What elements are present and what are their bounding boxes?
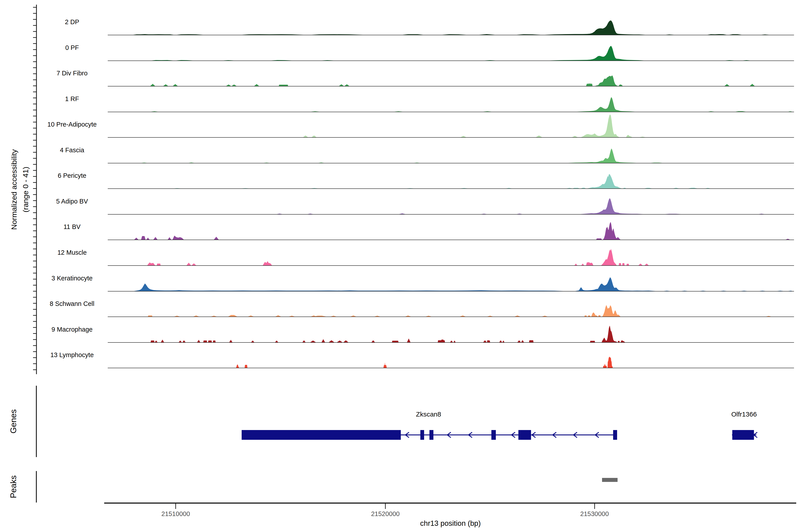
coverage-area: [777, 291, 783, 291]
coverage-area: [580, 198, 643, 214]
coverage-area: [229, 340, 232, 342]
coverage-area: [277, 213, 282, 214]
coverage-area: [681, 291, 688, 291]
coverage-area: [319, 163, 324, 163]
coverage-area: [595, 75, 618, 86]
coverage-area: [450, 341, 453, 342]
coverage-area: [608, 357, 613, 368]
coverage-area: [213, 341, 215, 342]
peaks-axis-line: [36, 471, 37, 502]
coverage-area: [133, 34, 174, 35]
coverage-area: [619, 263, 621, 265]
coverage-area: [568, 149, 636, 163]
coverage-area: [351, 316, 356, 317]
coverage-area: [488, 316, 493, 317]
coverage-area: [640, 137, 645, 137]
coverage-area: [596, 239, 602, 240]
coverage-area: [673, 188, 679, 188]
coverage-area: [766, 316, 771, 317]
coverage-area: [337, 341, 342, 342]
coverage-area: [542, 316, 548, 317]
coverage-area: [302, 340, 305, 342]
coverage-area: [725, 60, 734, 60]
track-signal: [108, 165, 794, 189]
coverage-area: [582, 264, 584, 265]
track-signal: [108, 88, 794, 112]
track-signal: [108, 216, 794, 240]
coverage-area: [602, 326, 617, 342]
coverage-area: [483, 111, 491, 112]
coverage-area: [173, 84, 178, 86]
coverage-area: [517, 340, 521, 342]
track-signal: [108, 114, 794, 138]
coverage-area: [619, 84, 623, 86]
coverage-area: [536, 135, 542, 137]
coverage-area: [573, 188, 579, 189]
coverage-area: [242, 188, 249, 189]
coverage-area: [312, 135, 317, 137]
coverage-area: [572, 136, 578, 137]
coverage-area: [481, 214, 487, 214]
coverage-area: [147, 263, 155, 265]
coverage-area: [626, 264, 629, 265]
gene-exon: [733, 430, 754, 440]
gene-exon: [430, 430, 433, 440]
peak-region: [602, 478, 618, 482]
coverage-area: [314, 316, 326, 317]
coverage-area: [567, 188, 572, 189]
track-signal: [108, 11, 794, 35]
coverage-area: [626, 135, 632, 137]
coverage-area: [407, 188, 414, 189]
coverage-area: [402, 34, 423, 35]
coverage-area: [586, 262, 593, 265]
coverage-area: [134, 284, 563, 291]
coverage-area: [303, 135, 308, 137]
coverage-area: [193, 316, 199, 317]
coverage-area: [665, 214, 681, 214]
track-signal: [108, 62, 794, 87]
coverage-area: [236, 364, 239, 368]
coverage-area: [666, 35, 674, 35]
coverage-area: [161, 340, 164, 342]
peaks-section-label: Peaks: [8, 449, 18, 525]
y-axis-label-line2: (range 0 - 41): [20, 1, 31, 378]
coverage-area: [759, 291, 766, 291]
coverage-area: [545, 20, 645, 35]
coverage-area: [344, 84, 349, 86]
coverage-area: [479, 34, 495, 35]
coverage-area: [750, 84, 755, 86]
coverage-area: [788, 111, 793, 112]
coverage-area: [383, 362, 387, 368]
coverage-area: [707, 34, 727, 35]
coverage-area: [590, 341, 595, 342]
coverage-area: [322, 60, 334, 60]
genes-axis-line: [36, 386, 37, 457]
coverage-area: [586, 83, 592, 86]
coverage-area: [343, 340, 348, 342]
coverage-area: [645, 188, 652, 189]
coverage-area: [761, 35, 769, 35]
track-signal: [108, 242, 794, 266]
coverage-area: [232, 84, 236, 86]
x-axis-tick-label: 21510000: [142, 510, 209, 518]
coverage-area: [189, 163, 194, 163]
gene-models: [108, 427, 794, 446]
coverage-area: [788, 291, 793, 291]
coverage-area: [179, 341, 182, 342]
genes-section-label: Genes: [8, 384, 18, 459]
coverage-area: [310, 341, 316, 342]
coverage-area: [517, 213, 522, 214]
coverage-area: [651, 163, 662, 163]
coverage-area: [645, 264, 649, 265]
coverage-area: [550, 46, 644, 60]
gene-name-label: Olfr1366: [706, 411, 782, 418]
y-axis-ruler: [31, 3, 39, 378]
coverage-area: [407, 339, 410, 342]
coverage-area: [442, 34, 466, 35]
coverage-area: [174, 316, 180, 317]
coverage-area: [517, 34, 540, 35]
coverage-area: [322, 339, 325, 342]
track-signal: [108, 319, 794, 343]
coverage-area: [405, 316, 411, 317]
coverage-area: [664, 291, 670, 291]
